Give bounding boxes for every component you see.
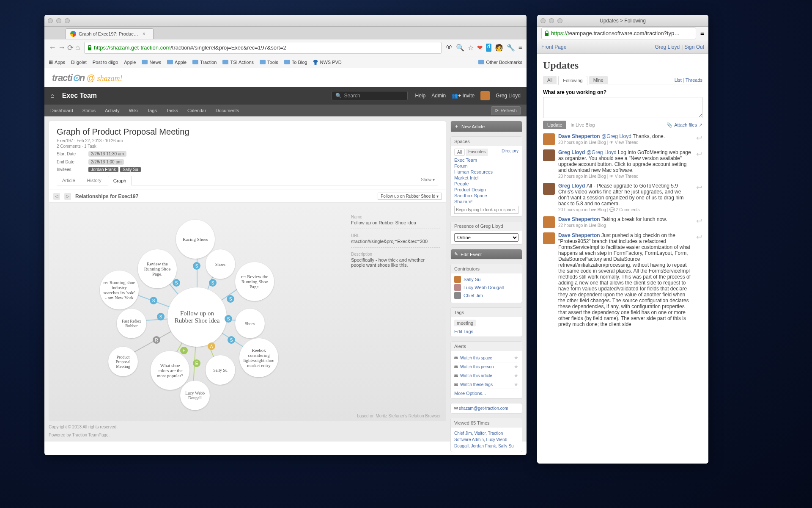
home-button[interactable]: ⌂ xyxy=(75,43,80,52)
tab-article[interactable]: Article xyxy=(57,175,81,185)
graph-node[interactable]: Racing Shoes xyxy=(176,220,215,259)
minimize-window-button[interactable] xyxy=(56,18,61,23)
update-button[interactable]: Update xyxy=(543,121,566,129)
bookmark-item[interactable]: To Blog xyxy=(284,60,307,65)
zoom-window-button[interactable] xyxy=(65,18,70,23)
reload-button[interactable]: ⟳ xyxy=(67,43,74,52)
space-search-input[interactable] xyxy=(454,206,518,214)
graph-node[interactable]: Sally Su xyxy=(206,355,235,385)
graph-node[interactable]: Review the Running Shoe Page. xyxy=(138,249,177,288)
bookmark-item[interactable]: Apple xyxy=(124,60,136,65)
space-link[interactable]: Product Design xyxy=(454,187,518,192)
browser-tab[interactable]: Graph of Exec197: Produc… × xyxy=(66,28,154,39)
reply-icon[interactable]: ↩ xyxy=(696,216,702,228)
viewers-list[interactable]: Chief Jim, Visitor, Traction Software Ad… xyxy=(454,431,514,448)
post-author[interactable]: Dave Shepperton xyxy=(558,232,601,238)
space-link[interactable]: Exec Team xyxy=(454,157,518,163)
refresh-button[interactable]: ⟳ Refresh xyxy=(491,106,521,115)
user-name[interactable]: Greg Lloyd xyxy=(496,93,521,99)
graph-node-center[interactable]: Follow up on Rubber Shoe idea xyxy=(167,287,227,347)
space-link[interactable]: Shazam! xyxy=(454,199,518,204)
post-author[interactable]: Greg Lloyd xyxy=(558,183,587,189)
contact-email[interactable]: shazam@get-traction.com xyxy=(459,406,508,411)
graph-node[interactable]: re: Running shoe industry searches its '… xyxy=(100,271,139,309)
alert-option[interactable]: ✉ Watch these tags★ xyxy=(454,380,518,389)
graph-node-select[interactable]: Follow up on Rubber Shoe id ▾ xyxy=(378,193,442,200)
contributor[interactable]: Chief Jim xyxy=(454,292,518,299)
bookmark-item[interactable]: Other Bookmarks xyxy=(478,60,522,65)
tab-following[interactable]: Following xyxy=(558,76,587,85)
mention-link[interactable]: @Greg Lloyd xyxy=(601,133,633,139)
front-page-link[interactable]: Front Page xyxy=(541,44,566,50)
menu-icon[interactable]: ≡ xyxy=(518,44,522,52)
menu-item[interactable]: Wiki xyxy=(129,108,138,113)
reply-icon[interactable]: ↩ xyxy=(696,149,702,179)
show-dropdown[interactable]: Show ▾ xyxy=(417,175,438,185)
spaces-tab-all[interactable]: All xyxy=(454,149,465,156)
bookmark-item[interactable]: Tools xyxy=(260,60,278,65)
tab-all[interactable]: All xyxy=(543,76,557,84)
reply-icon[interactable]: ↩ xyxy=(696,232,702,327)
alert-option[interactable]: ✉ Watch this person★ xyxy=(454,362,518,371)
invite-link[interactable]: 👥+ Invite xyxy=(452,93,475,99)
graph-back-button[interactable]: ◁ xyxy=(53,193,60,200)
extension-icon[interactable]: 🔍 xyxy=(456,44,464,52)
bookmark-item[interactable]: Post to diigo xyxy=(93,60,118,65)
extension-icon[interactable]: ❤ xyxy=(477,44,483,52)
space-link[interactable]: Forum xyxy=(454,163,518,168)
more-options-link[interactable]: More Options... xyxy=(454,391,486,396)
home-icon[interactable]: ⌂ xyxy=(50,92,55,99)
alert-option[interactable]: ✉ Watch this article★ xyxy=(454,371,518,380)
forward-button[interactable]: → xyxy=(58,43,66,52)
reply-icon[interactable]: ↩ xyxy=(696,183,702,212)
extension-icon[interactable]: d xyxy=(486,44,491,52)
spaces-directory-link[interactable]: Directory xyxy=(502,149,518,156)
extension-icon[interactable]: ☆ xyxy=(468,44,474,52)
graph-node[interactable]: Shoes xyxy=(235,309,265,338)
contributor[interactable]: Lucy Webb Dougall xyxy=(454,284,518,291)
tab-mine[interactable]: Mine xyxy=(589,76,608,84)
menu-icon[interactable]: ≡ xyxy=(700,30,704,37)
threads-link[interactable]: Threads xyxy=(686,77,702,83)
bookmark-item[interactable]: News xyxy=(142,60,161,65)
help-link[interactable]: Help xyxy=(415,93,426,99)
menu-item[interactable]: Tasks xyxy=(166,108,178,113)
post-author[interactable]: Dave Shepperton xyxy=(558,133,601,139)
graph-node[interactable]: Fast Reflex Rubber xyxy=(117,309,146,338)
space-link[interactable]: Market Intel xyxy=(454,175,518,180)
avatar[interactable] xyxy=(543,183,555,195)
edit-event-panel[interactable]: ✎ Edit Event xyxy=(450,249,522,260)
post-author[interactable]: Greg Lloyd xyxy=(558,149,587,155)
user-avatar[interactable] xyxy=(480,91,490,100)
url-bar[interactable]: https://shazam.get-traction.com/traction… xyxy=(84,42,442,54)
menu-item[interactable]: Documents xyxy=(216,108,239,113)
search-input[interactable]: 🔍 Search xyxy=(332,91,408,100)
compose-textarea[interactable] xyxy=(543,97,702,118)
alert-option[interactable]: ✉ Watch this space★ xyxy=(454,353,518,362)
close-window-button[interactable] xyxy=(48,18,53,23)
avatar[interactable] xyxy=(543,149,555,161)
post-meta[interactable]: 20 hours ago in Live Blog | 👁 View Threa… xyxy=(558,140,693,145)
avatar[interactable] xyxy=(543,232,555,244)
list-link[interactable]: List xyxy=(675,77,682,83)
extension-icon[interactable]: 👁 xyxy=(446,44,453,52)
graph-node[interactable]: Product Proposal Meeting xyxy=(108,347,138,376)
graph-forward-button[interactable]: ▷ xyxy=(64,193,71,200)
tab-graph[interactable]: Graph xyxy=(108,176,132,185)
bookmark-item[interactable]: Diigolet xyxy=(71,60,87,65)
url-bar[interactable]: https://teampage.tractionsoftware.com/tr… xyxy=(541,28,696,39)
user-link[interactable]: Greg Lloyd xyxy=(655,44,680,50)
bookmark-item[interactable]: Apple xyxy=(167,60,187,65)
menu-item[interactable]: Tags xyxy=(147,108,157,113)
graph-node[interactable]: Lucy Webb Dougall xyxy=(180,381,210,410)
bookmark-item[interactable]: TSI Actions xyxy=(222,60,254,65)
post-meta[interactable]: 20 hours ago in Live Blog | 💬 2 Comments xyxy=(558,207,693,212)
edit-tags-link[interactable]: Edit Tags xyxy=(454,329,473,334)
space-link[interactable]: People xyxy=(454,181,518,186)
avatar[interactable] xyxy=(543,133,555,145)
post-author[interactable]: Dave Shepperton xyxy=(558,216,601,222)
reply-icon[interactable]: ↩ xyxy=(696,133,702,145)
new-article-panel[interactable]: ＋ New Article xyxy=(450,121,522,132)
graph-node[interactable]: Reebok considering lightweight shoe mark… xyxy=(239,338,278,377)
extension-icon[interactable]: 🔧 xyxy=(507,44,515,52)
